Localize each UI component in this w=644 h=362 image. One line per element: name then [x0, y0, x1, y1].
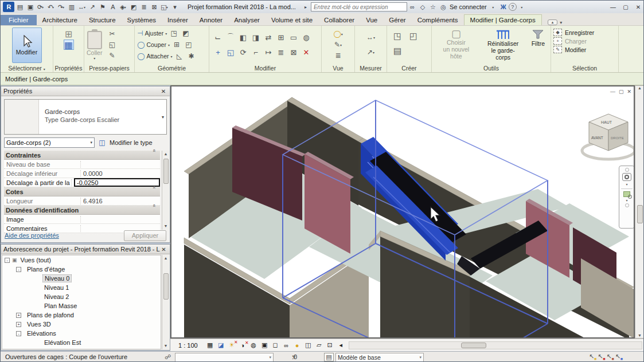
panel-label-proprietes[interactable]: Propriétés — [53, 65, 84, 72]
selection-item[interactable]: +Charger — [553, 37, 616, 45]
panel-label-presse-papiers[interactable]: Presse-papiers — [84, 65, 134, 72]
scale-button[interactable]: 1 : 100 — [178, 342, 198, 349]
qat-icon[interactable]: ↔▾ — [77, 2, 87, 12]
ribbon-tab[interactable]: Modifier | Garde-corps — [464, 14, 542, 25]
sign-in-label[interactable]: Se connecter — [450, 3, 487, 10]
properties-header[interactable]: Propriétés ✕ — [1, 86, 170, 96]
qat-icon[interactable]: ◈▾ — [118, 2, 128, 12]
help-search-input[interactable] — [311, 2, 407, 11]
view-tool-icon[interactable]: ◯▾ — [333, 29, 344, 39]
project-browser-header[interactable]: Arborescence du projet - Projet formatio… — [1, 245, 170, 254]
panel-label-vue[interactable]: Vue — [322, 65, 354, 72]
ribbon-tab[interactable]: Fichier — [1, 15, 37, 25]
view-control-icon[interactable]: ◂ — [336, 341, 346, 349]
tree-item[interactable]: Niveau 2 — [2, 292, 161, 301]
ribbon-tab[interactable]: Annoter — [194, 15, 228, 25]
modify-tool-icon[interactable]: ⌙ — [213, 32, 223, 42]
geometry-row[interactable]: ⊣ Ajuster ▾ ◳ ◩ — [137, 27, 206, 39]
modify-tool-icon[interactable]: ◱ — [225, 47, 236, 57]
measure-tool-icon[interactable]: ↗▾ — [366, 47, 376, 57]
3d-model-canvas[interactable]: HAUT AVANT DROITE — [171, 86, 635, 339]
modify-tool-icon[interactable]: ⇄ — [263, 32, 274, 42]
selection-toggle-icon[interactable]: ↖ ■ — [598, 353, 603, 360]
view-minimize-icon[interactable]: — — [610, 89, 615, 95]
zoom-tool-icon[interactable] — [623, 191, 630, 197]
paste-button[interactable]: Coller ▾ — [87, 27, 102, 63]
property-row[interactable]: Image — [4, 215, 160, 224]
ribbon-tab[interactable]: Compléments — [412, 15, 464, 25]
modify-tool-icon[interactable]: ◧ — [238, 32, 248, 42]
modify-tool-icon[interactable]: ◍ — [301, 32, 311, 42]
qat-icon[interactable]: ▤ — [15, 2, 25, 12]
titlebar-icon[interactable]: ◇ — [417, 2, 428, 12]
modify-tool-icon[interactable]: + — [213, 47, 223, 57]
panel-label-creer[interactable]: Créer — [387, 65, 431, 72]
modify-tool-icon[interactable]: ▭ — [288, 32, 299, 42]
edit-type-button[interactable]: Modifier le type — [110, 139, 153, 146]
viewcube[interactable]: HAUT AVANT DROITE — [582, 114, 635, 159]
modify-tool-icon[interactable]: ⟳ — [238, 47, 248, 57]
navigation-bar[interactable]: ▾ ▾ — [619, 166, 635, 229]
property-row[interactable]: Niveau de base — [4, 160, 160, 169]
view-control-icon[interactable]: ⊡ — [325, 341, 335, 349]
qat-icon[interactable]: R — [3, 2, 14, 12]
geometry-row[interactable]: ◯ Couper ▾ ⊞ ◰ — [137, 39, 206, 50]
scrollbar-thumb[interactable] — [637, 205, 643, 223]
filter-button[interactable]: Filtre — [528, 27, 548, 63]
panel-label-selection[interactable]: Sélection — [551, 65, 618, 72]
qat-icon[interactable]: ▥ — [67, 2, 76, 12]
qat-icon[interactable]: ↷▾ — [56, 2, 66, 12]
measure-tool-icon[interactable]: ↔▾ — [366, 32, 376, 42]
qat-icon[interactable]: ⚑ — [97, 2, 107, 12]
browser-scrollbar[interactable]: ▲ ▼ — [162, 255, 169, 349]
clipboard-small-icon[interactable]: ✂ — [107, 29, 117, 39]
ribbon-tab[interactable]: Vue — [360, 15, 383, 25]
pick-new-host-button[interactable]: ▢ Choisirun nouvel hôte — [434, 27, 478, 63]
view-control-icon[interactable]: ▦ — [205, 341, 215, 349]
scrollbar-thumb[interactable] — [461, 343, 486, 348]
panel-label-outils[interactable]: Outils — [432, 65, 551, 72]
section-contraintes[interactable]: Contraintes « — [4, 151, 160, 160]
drawing-area-3d-view[interactable]: HAUT AVANT DROITE — ▢ ✕ ▾ ▾ — [170, 85, 635, 339]
clipboard-small-icon[interactable]: ✎ — [107, 50, 117, 61]
navbar-bottom-icon[interactable] — [625, 203, 629, 207]
type-selector-caret-icon[interactable]: ▾ — [162, 115, 166, 120]
modify-button[interactable]: Modifier — [12, 27, 42, 63]
qat-icon[interactable]: ↶▾ — [46, 2, 56, 12]
selection-item[interactable]: ◆Enregistrer — [553, 29, 616, 36]
modify-tool-icon[interactable]: ⊞ — [276, 32, 286, 42]
properties-tiles-icon[interactable]: ⊞ — [64, 29, 74, 39]
tree-item[interactable]: Elévation Est — [2, 338, 161, 347]
properties-palette-icon[interactable]: ▦ — [64, 40, 74, 50]
collapse-chevron-icon[interactable]: « — [151, 204, 157, 216]
worksets-icon[interactable]: ☍ — [165, 353, 171, 361]
tree-item[interactable]: + Vues 3D — [2, 320, 161, 329]
qat-icon[interactable]: ▣ — [25, 2, 35, 12]
workset-combo[interactable]: ▾ — [175, 353, 274, 362]
modify-tool-icon[interactable]: ⌒ — [225, 32, 236, 42]
selection-toggle-icon[interactable]: ↖ ■ — [606, 353, 611, 360]
create-tool-icon[interactable]: ◰ — [408, 31, 419, 41]
type-selector[interactable]: Garde-corps Type Garde-corps Escalier ▾ — [4, 99, 167, 135]
qat-icon[interactable]: ◩ — [128, 2, 138, 12]
tree-item[interactable]: - Plans d'étage — [2, 265, 161, 274]
view-control-icon[interactable]: ◍ — [249, 341, 259, 349]
view-control-icon[interactable]: ☀ ✕ — [227, 341, 237, 349]
collapse-chevron-icon[interactable]: « — [151, 149, 157, 161]
ribbon-tab[interactable]: Collaborer — [318, 15, 360, 25]
panel-label-modifier[interactable]: Modifier — [209, 65, 321, 72]
apply-button[interactable]: Appliquer — [124, 230, 166, 241]
titlebar-icon[interactable]: ◎ — [438, 2, 448, 12]
qat-icon[interactable]: ◱▾ — [159, 2, 169, 12]
collapse-chevron-icon[interactable]: « — [151, 186, 157, 198]
viewport-horizontal-scrollbar[interactable] — [349, 341, 642, 349]
view-restore-icon[interactable]: ▢ — [619, 89, 624, 95]
view-control-icon[interactable]: ◪ — [216, 341, 226, 349]
tree-item[interactable]: Elévation Nord — [2, 347, 161, 349]
ribbon-tab[interactable]: Gérer — [383, 15, 411, 25]
view-tool-icon[interactable]: ✎▾ — [333, 40, 344, 50]
ribbon-tab[interactable]: Architecture — [37, 15, 83, 25]
restore-button[interactable]: ▢ — [619, 4, 632, 10]
offset-value-input[interactable]: -0.0250 — [74, 178, 160, 187]
panel-label-geometrie[interactable]: Géométrie — [135, 65, 209, 72]
